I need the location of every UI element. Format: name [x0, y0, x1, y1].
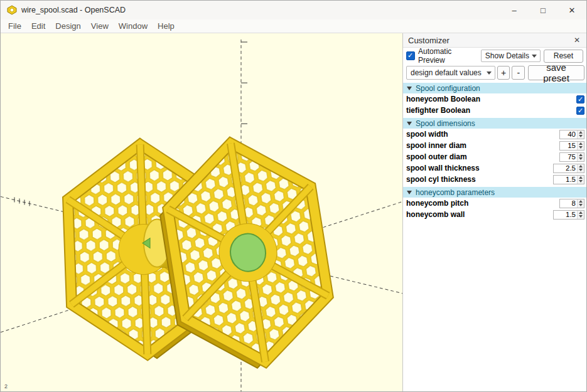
param-row: spool width 40 — [403, 129, 586, 140]
main-area: 2 Customizer ✕ Automatic Preview Show De… — [1, 33, 586, 391]
param-value: 1.5 — [554, 176, 577, 184]
spinner-arrows-icon[interactable] — [577, 211, 584, 219]
menu-file[interactable]: File — [3, 20, 26, 32]
automatic-preview-checkbox[interactable] — [406, 51, 415, 60]
menu-edit[interactable]: Edit — [26, 20, 50, 32]
spool-outer-diam-input[interactable]: 75 — [559, 152, 584, 162]
spool-width-input[interactable]: 40 — [559, 130, 584, 139]
collapse-triangle-icon — [407, 122, 412, 125]
param-value: 75 — [560, 153, 577, 161]
window-controls: – □ ✕ — [500, 1, 586, 19]
section-honeycomb-parameters: honeycomb parameters honeycomb pitch 8 h… — [403, 187, 586, 220]
param-value: 15 — [560, 142, 577, 150]
section-title: honeycomb parameters — [416, 188, 495, 197]
collapse-triangle-icon — [407, 191, 412, 194]
close-button[interactable]: ✕ — [557, 1, 586, 19]
section-header-spool-dimensions[interactable]: Spool dimensions — [403, 118, 586, 129]
spinner-arrows-icon[interactable] — [577, 142, 584, 150]
menu-view[interactable]: View — [86, 20, 114, 32]
show-details-select[interactable]: Show Details — [481, 50, 541, 62]
add-preset-button[interactable]: + — [497, 66, 510, 80]
maximize-button[interactable]: □ — [529, 1, 557, 19]
title-bar[interactable]: wire_spool.scad - OpenSCAD – □ ✕ — [1, 1, 586, 19]
openscad-window: wire_spool.scad - OpenSCAD – □ ✕ File Ed… — [0, 0, 587, 392]
spinner-arrows-icon[interactable] — [577, 164, 584, 172]
param-label: spool inner diam — [406, 141, 559, 150]
preset-select-value: design default values — [411, 68, 482, 77]
param-row: tiefighter Boolean — [403, 105, 586, 116]
param-row: honeycomb Boolean — [403, 93, 586, 105]
menu-help[interactable]: Help — [153, 20, 180, 32]
param-label: honeycomb wall — [406, 210, 553, 219]
param-label: spool cyl thickness — [406, 175, 553, 184]
param-label: spool outer diam — [406, 152, 559, 161]
param-row: spool cyl thickness 1.5 — [403, 174, 586, 185]
parameter-sections: Spool configuration honeycomb Boolean ti… — [403, 83, 586, 391]
collapse-triangle-icon — [407, 87, 412, 90]
tiefighter-boolean-checkbox[interactable] — [576, 107, 584, 115]
menu-window[interactable]: Window — [114, 20, 153, 32]
automatic-preview-label: Automatic Preview — [418, 47, 478, 65]
show-details-value: Show Details — [485, 51, 529, 60]
param-label: honeycomb pitch — [406, 199, 559, 208]
customizer-header: Customizer ✕ — [403, 33, 586, 48]
section-title: Spool configuration — [416, 84, 480, 93]
param-value: 2.5 — [554, 164, 577, 172]
param-label: spool wall thickness — [406, 164, 553, 172]
section-spool-configuration: Spool configuration honeycomb Boolean ti… — [403, 83, 586, 116]
param-row: honeycomb pitch 8 — [403, 198, 586, 209]
param-label: tiefighter Boolean — [406, 106, 576, 115]
param-value: 40 — [560, 130, 577, 139]
customizer-panel: Customizer ✕ Automatic Preview Show Deta… — [402, 33, 586, 391]
param-label: honeycomb Boolean — [406, 95, 576, 103]
axis-scale-label: 2 — [4, 383, 8, 389]
preset-select[interactable]: design default values — [406, 66, 495, 80]
remove-preset-button[interactable]: - — [512, 66, 525, 80]
param-row: spool outer diam 75 — [403, 151, 586, 162]
preset-toolbar: design default values + - save preset — [403, 64, 586, 82]
section-header-spool-configuration[interactable]: Spool configuration — [403, 83, 586, 93]
openscad-logo-icon — [7, 5, 17, 15]
spinner-arrows-icon[interactable] — [577, 153, 584, 161]
honeycomb-pitch-input[interactable]: 8 — [559, 199, 584, 208]
param-row: honeycomb wall 1.5 — [403, 209, 586, 220]
param-value: 8 — [560, 199, 577, 208]
customizer-title: Customizer — [408, 36, 450, 45]
menu-bar: File Edit Design View Window Help — [1, 19, 586, 33]
spool-cyl-thickness-input[interactable]: 1.5 — [553, 175, 584, 184]
honeycomb-boolean-checkbox[interactable] — [576, 95, 584, 103]
section-spool-dimensions: Spool dimensions spool width 40 spool in… — [403, 118, 586, 185]
chevron-down-icon — [532, 55, 537, 58]
window-title: wire_spool.scad - OpenSCAD — [21, 6, 126, 14]
menu-design[interactable]: Design — [50, 20, 85, 32]
param-value: 1.5 — [554, 211, 577, 219]
param-row: spool wall thickness 2.5 — [403, 162, 586, 174]
minimize-button[interactable]: – — [500, 1, 529, 19]
chevron-down-icon — [487, 72, 492, 75]
spool-inner-diam-input[interactable]: 15 — [559, 141, 584, 151]
3d-viewport[interactable]: 2 — [1, 33, 402, 391]
customizer-close-icon[interactable]: ✕ — [573, 36, 581, 45]
save-preset-button[interactable]: save preset — [528, 65, 584, 80]
spinner-arrows-icon[interactable] — [577, 176, 584, 184]
section-title: Spool dimensions — [416, 119, 475, 128]
reset-button[interactable]: Reset — [544, 50, 583, 63]
spool-wall-thickness-input[interactable]: 2.5 — [553, 164, 584, 173]
param-row: spool inner diam 15 — [403, 140, 586, 151]
section-header-honeycomb-parameters[interactable]: honeycomb parameters — [403, 187, 586, 198]
spinner-arrows-icon[interactable] — [577, 199, 584, 208]
spinner-arrows-icon[interactable] — [577, 130, 584, 139]
spool-model-render — [1, 33, 402, 391]
param-label: spool width — [406, 130, 559, 139]
honeycomb-wall-input[interactable]: 1.5 — [553, 210, 584, 220]
